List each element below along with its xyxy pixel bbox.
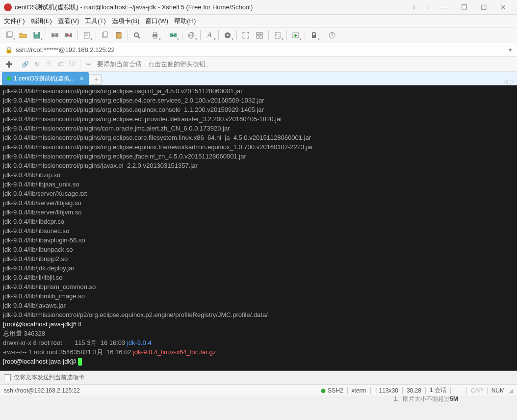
svg-rect-30 (260, 32, 262, 35)
fullscreen-button[interactable] (239, 29, 252, 42)
terminal[interactable]: jdk-9.0.4/lib/missioncontrol/plugins/org… (0, 85, 517, 371)
svg-rect-31 (257, 36, 259, 38)
terminal-line: jdk-9.0.4/lib/server/libjvm.so (3, 208, 514, 217)
terminal-line: 总用量 346328 (3, 329, 514, 338)
status-dot-icon (7, 77, 11, 80)
paste-button[interactable] (112, 29, 125, 42)
transfer-button[interactable] (167, 29, 180, 42)
terminal-line: jdk-9.0.4/lib/libjaas_unix.so (3, 180, 514, 189)
open-button[interactable] (17, 29, 29, 42)
svg-rect-21 (154, 36, 156, 38)
address-bar[interactable]: 🔒 ssh://root:******@192.168.2.125:22 ▾ (0, 43, 517, 57)
svg-rect-4 (52, 33, 54, 37)
ssh-indicator-icon: ⬤ (321, 388, 326, 393)
terminal-cursor (78, 358, 82, 366)
compose-label: 仅将文本发送到当前选项卡 (14, 373, 84, 382)
svg-rect-37 (312, 35, 316, 38)
minimize-button[interactable]: — (435, 1, 454, 14)
restore-button[interactable]: ❐ (454, 1, 474, 14)
terminal-line: jdk-9.0.4/lib/missioncontrol/plugins/jav… (3, 161, 514, 170)
status-size: 113x30 (379, 387, 398, 394)
color-button[interactable] (221, 29, 234, 42)
terminal-line: jdk-9.0.4/lib/missioncontrol/p2/org.ecli… (3, 310, 514, 319)
menu-edit[interactable]: 编辑(E) (31, 17, 52, 26)
svg-text:?: ? (331, 33, 334, 38)
connect-button[interactable] (49, 29, 61, 42)
status-term: xterm (352, 387, 366, 394)
send-checkbox[interactable] (4, 374, 11, 381)
find-button[interactable] (130, 29, 143, 42)
maximize-button[interactable]: ☐ (474, 1, 493, 14)
tab-bar: 1 centOS测试机(虚拟... ✕ + ◁ ▷ (0, 72, 517, 85)
lock-button[interactable] (308, 29, 320, 42)
terminal-line: jdk-9.0.4/lib/missioncontrol/plugins/org… (3, 86, 514, 96)
tag-icon[interactable]: 🏷 (54, 58, 66, 70)
svg-rect-29 (257, 32, 259, 35)
tab-prev-icon[interactable]: ◁ (503, 78, 508, 85)
menu-window[interactable]: 窗口(W) (145, 17, 168, 26)
status-bar: ssh://root@192.168.2.125:22 ⬤ SSH2 xterm… (0, 385, 517, 395)
tab-next-icon[interactable]: ▷ (510, 78, 514, 85)
terminal-line: jdk-9.0.4/lib/missioncontrol/plugins/org… (3, 114, 514, 124)
arrow-icon[interactable]: ↪ (82, 58, 94, 70)
session-bar: ➕ 🔗 ↻ ☰ 🏷 ⓘ ↪ 要添加当前会话，点击左侧的箭头按钮。 (0, 57, 517, 72)
size-icon: ↕ (375, 387, 378, 394)
status-pos: 30,28 (407, 387, 421, 394)
new-session-button[interactable] (3, 29, 16, 42)
terminal-line: jdk-9.0.4/lib/libmlib_image.so (3, 291, 514, 301)
copy-button[interactable] (99, 29, 111, 42)
svg-rect-33 (275, 32, 280, 38)
menu-view[interactable]: 查看(V) (58, 17, 79, 26)
list-icon[interactable]: ☰ (43, 58, 54, 70)
info-icon[interactable]: ⓘ (66, 58, 78, 70)
properties-button[interactable] (80, 29, 93, 42)
svg-line-18 (138, 36, 140, 38)
session-add-icon[interactable]: ➕ (3, 58, 15, 70)
font-button[interactable]: A (203, 29, 216, 42)
link-icon[interactable]: 🔗 (19, 58, 31, 70)
terminal-line: drwxr-xr-x 8 root root 115 3月 16 16:03 j… (3, 338, 514, 347)
save-button[interactable] (30, 29, 43, 42)
add-button[interactable] (289, 29, 302, 42)
script-button[interactable] (271, 29, 284, 42)
close-button[interactable]: ✕ (493, 1, 513, 14)
svg-rect-8 (70, 33, 72, 37)
terminal-line: jdk-9.0.4/lib/libavplugin-56.so (3, 236, 514, 245)
refresh-icon[interactable]: ↻ (31, 58, 43, 70)
svg-point-17 (134, 33, 138, 37)
download-icon[interactable]: ⬇ (407, 1, 421, 14)
svg-line-9 (68, 34, 70, 36)
titlebar: centOS测试机(虚拟机) - root@localhost:~/java-j… (0, 0, 517, 15)
resize-grip-icon[interactable]: ◢ (509, 387, 513, 394)
globe-button[interactable] (185, 29, 198, 42)
terminal-line: jdk-9.0.4/lib/missioncontrol/plugins/com… (3, 124, 514, 133)
svg-rect-7 (65, 33, 68, 37)
tab-add-button[interactable]: + (91, 74, 102, 85)
terminal-line: jdk-9.0.4/lib/missioncontrol/plugins/org… (3, 152, 514, 161)
address-dropdown-icon[interactable]: ▾ (509, 46, 512, 53)
status-sessions: 1 会话 (430, 386, 446, 394)
tab-close-icon[interactable]: ✕ (79, 76, 84, 82)
status-cap: CAP (471, 387, 483, 394)
terminal-line: jdk-9.0.4/lib/javaws.jar (3, 301, 514, 310)
menu-file[interactable]: 文件(F) (4, 17, 25, 26)
disconnect-button[interactable] (62, 29, 75, 42)
tile-button[interactable] (253, 29, 266, 42)
star-icon[interactable]: ☆ (421, 1, 435, 14)
menu-tabs[interactable]: 选项卡(B) (112, 17, 139, 26)
terminal-line: jdk-9.0.4/lib/libsunec.so (3, 226, 514, 236)
terminal-line: jdk-9.0.4/lib/jdk.deploy.jar (3, 263, 514, 273)
help-button[interactable]: ? (326, 29, 338, 42)
svg-rect-3 (35, 32, 38, 34)
app-icon (4, 3, 12, 11)
terminal-line: jdk-9.0.4/lib/libunpack.so (3, 245, 514, 254)
menu-tools[interactable]: 工具(T) (85, 17, 106, 26)
print-button[interactable] (149, 29, 161, 42)
session-tab[interactable]: 1 centOS测试机(虚拟... ✕ (2, 72, 89, 85)
svg-rect-14 (103, 32, 107, 37)
toolbar: A ? (0, 27, 517, 43)
menu-help[interactable]: 帮助(H) (174, 17, 196, 26)
terminal-line: -rw-r--r-- 1 root root 354635831 3月 16 1… (3, 347, 514, 357)
terminal-line: jdk-9.0.4/lib/server/libjsig.so (3, 198, 514, 208)
svg-rect-5 (55, 33, 58, 37)
